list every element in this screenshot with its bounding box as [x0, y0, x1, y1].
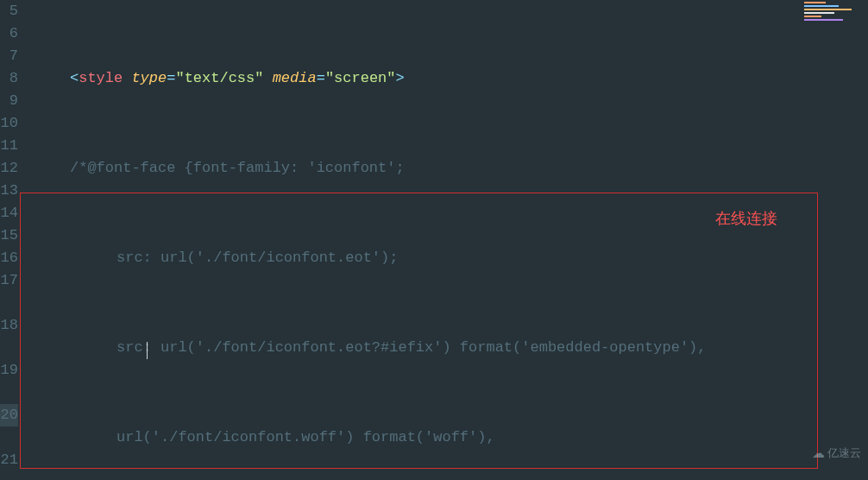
- cloud-icon: ☁: [812, 442, 825, 464]
- line-number: 18: [0, 314, 18, 337]
- line-number: 14: [0, 202, 18, 224]
- line-number: 15: [0, 224, 18, 247]
- line-number: [0, 337, 18, 359]
- line-number: 12: [0, 157, 18, 180]
- line-number: 11: [0, 135, 18, 157]
- line-number: 9: [0, 90, 18, 112]
- code-line[interactable]: /*@font-face {font-family: 'iconfont';: [30, 157, 707, 180]
- code-line[interactable]: <style type="text/css" media="screen">: [30, 67, 707, 90]
- line-number: 13: [0, 180, 18, 202]
- line-number: 10: [0, 112, 18, 135]
- watermark: ☁ 亿速云: [812, 442, 861, 464]
- code-line[interactable]: src: url('./font/iconfont.eot?#iefix') f…: [30, 337, 707, 359]
- minimap[interactable]: [804, 2, 865, 26]
- line-number: 8: [0, 67, 18, 90]
- code-line[interactable]: url('./font/iconfont.woff') format('woff…: [30, 426, 707, 449]
- text-cursor: [147, 342, 148, 359]
- code-area[interactable]: <style type="text/css" media="screen"> /…: [27, 0, 707, 480]
- code-line[interactable]: src: url('./font/iconfont.eot');: [30, 247, 707, 269]
- code-editor[interactable]: 5 6 7 8 9 10 11 12 13 14 15 16 17 18 19 …: [0, 0, 868, 480]
- line-number: 16: [0, 247, 18, 269]
- line-number: 17: [0, 269, 18, 292]
- line-number: 19: [0, 359, 18, 382]
- line-number: 5: [0, 0, 18, 22]
- line-number: 6: [0, 22, 18, 45]
- line-number: [0, 292, 18, 314]
- line-number: [0, 426, 18, 449]
- line-number: 21: [0, 449, 18, 471]
- line-number-gutter: 5 6 7 8 9 10 11 12 13 14 15 16 17 18 19 …: [0, 0, 27, 480]
- line-number: [0, 382, 18, 404]
- line-number: 7: [0, 45, 18, 67]
- line-number: 20: [0, 404, 18, 426]
